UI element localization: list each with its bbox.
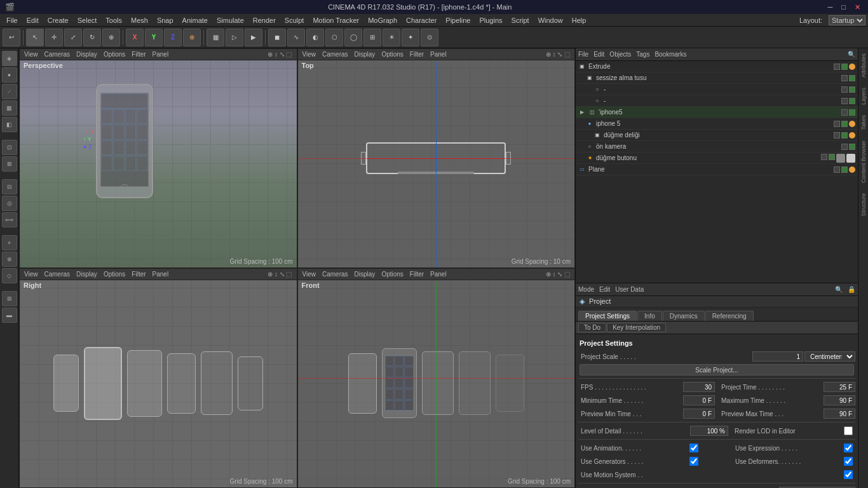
vp-top-display-menu[interactable]: Display	[353, 51, 377, 58]
vp-display-menu[interactable]: Display	[74, 51, 99, 58]
menu-plugins[interactable]: Plugins	[475, 15, 506, 25]
menu-window[interactable]: Window	[534, 15, 567, 25]
vp-top-panel-menu[interactable]: Panel	[428, 51, 449, 58]
vis-check20[interactable]	[841, 166, 848, 173]
attr-min-time-value[interactable]	[683, 395, 715, 405]
attr-render-lod-check[interactable]	[844, 426, 853, 435]
obj-iphone5-group[interactable]: ▶ ◫ 'iphone5	[576, 107, 858, 118]
viewport-top[interactable]: View Cameras Display Options Filter Pane…	[297, 48, 576, 268]
vp-front-cameras-menu[interactable]: Cameras	[320, 271, 350, 278]
vp-right-panel-menu[interactable]: Panel	[151, 271, 171, 278]
tool-snap-off[interactable]: ⊠	[2, 156, 17, 172]
vis-check1[interactable]	[834, 64, 840, 70]
render-full-btn[interactable]: ▶	[245, 29, 262, 46]
menu-tools[interactable]: Tools	[102, 15, 126, 25]
vp-cameras-menu[interactable]: Cameras	[43, 51, 72, 58]
vis-check12[interactable]	[841, 121, 848, 127]
select-tool-btn[interactable]: ↖	[26, 29, 44, 46]
vp-view-menu[interactable]: View	[22, 51, 40, 58]
attr-project-scale-value[interactable]	[752, 351, 803, 362]
attr-search[interactable]: 🔍	[835, 286, 843, 293]
render-region-btn[interactable]: ▦	[207, 29, 224, 46]
tool-magnet[interactable]: ⌖	[2, 235, 17, 250]
obj-circle2[interactable]: ○ -	[576, 95, 858, 107]
menu-snap[interactable]: Snap	[153, 15, 177, 25]
vp-front-panel-menu[interactable]: Panel	[428, 271, 449, 278]
z-axis-btn[interactable]: Z	[164, 29, 182, 46]
undo-btn[interactable]: ↩	[3, 29, 20, 46]
environment-btn[interactable]: ◯	[344, 29, 362, 46]
side-label-structure[interactable]: Structure	[859, 188, 868, 222]
tool-mode-edges[interactable]: ⟋	[2, 84, 17, 99]
attr-use-anim-check[interactable]	[689, 444, 698, 452]
obj-plane[interactable]: ▭ Plane	[576, 164, 858, 175]
om-edit-menu[interactable]: Edit	[593, 51, 604, 58]
vp-options-menu[interactable]: Options	[102, 51, 127, 58]
menu-file[interactable]: File	[3, 15, 22, 25]
close-btn[interactable]: ✕	[852, 3, 863, 11]
side-label-content-browser[interactable]: Content Browser	[859, 135, 868, 188]
vp-controls[interactable]: ⊕ ↕ ⤡ ⬚	[266, 51, 294, 58]
minimize-btn[interactable]: ─	[825, 3, 836, 11]
menu-mograph[interactable]: MoGraph	[364, 15, 401, 25]
subtab-todo[interactable]: To Do	[578, 323, 606, 332]
menu-select[interactable]: Select	[74, 15, 101, 25]
om-tags-menu[interactable]: Tags	[636, 51, 649, 58]
vis-check18[interactable]	[829, 154, 835, 160]
vp-top-cameras-menu[interactable]: Cameras	[320, 51, 350, 58]
scale-project-btn[interactable]: Scale Project...	[580, 364, 854, 376]
tool-brush[interactable]: ⊕	[2, 252, 17, 267]
vis-check2[interactable]	[841, 64, 848, 70]
record-btn[interactable]: ⊙	[421, 29, 438, 46]
tool-mode-uvw[interactable]: ◧	[2, 117, 17, 132]
vp-right-view-menu[interactable]: View	[22, 271, 40, 278]
tool-polygon-pen[interactable]: ◇	[2, 268, 17, 283]
deformer-btn[interactable]: ⬡	[325, 29, 343, 46]
obj-iphone5-child[interactable]: ● iphone 5	[576, 118, 858, 130]
om-search[interactable]: 🔍	[848, 51, 855, 58]
tool-soft-sel[interactable]: ◎	[2, 196, 17, 211]
menu-pipeline[interactable]: Pipeline	[442, 15, 474, 25]
vp-right-options-menu[interactable]: Options	[102, 271, 127, 278]
obj-extrude[interactable]: ▣ Extrude	[576, 61, 858, 72]
attr-edit-menu[interactable]: Edit	[599, 286, 610, 293]
menu-character[interactable]: Character	[402, 15, 440, 25]
attr-preview-min-value[interactable]	[683, 409, 715, 419]
menu-animate[interactable]: Animate	[179, 15, 212, 25]
menu-sculpt[interactable]: Sculpt	[281, 15, 308, 25]
vp-right-controls[interactable]: ⊕ ↕ ⤡ ⬚	[266, 271, 294, 278]
obj-dugme-butonu[interactable]: ★ düğme butonu	[576, 152, 858, 164]
maximize-btn[interactable]: □	[839, 3, 848, 11]
vis-check16[interactable]	[849, 144, 855, 150]
menu-render[interactable]: Render	[249, 15, 280, 25]
attr-use-def-check[interactable]	[844, 457, 853, 466]
attr-preview-max-value[interactable]	[824, 409, 855, 419]
tool-mirror[interactable]: ⟺	[2, 212, 17, 227]
obj-circle1[interactable]: ○ -	[576, 84, 858, 95]
obj-on-kamera[interactable]: ○ ön kamera	[576, 141, 858, 152]
vis-check8[interactable]	[849, 98, 855, 104]
vp-front-filter-menu[interactable]: Filter	[408, 271, 426, 278]
vp-front-view-menu[interactable]: View	[301, 271, 318, 278]
vp-top-options-menu[interactable]: Options	[379, 51, 405, 58]
vp-panel-menu[interactable]: Panel	[151, 51, 171, 58]
obj-dugme-deligi[interactable]: ▣ düğme deliği	[576, 130, 858, 141]
vis-check6[interactable]	[849, 86, 855, 93]
vp-right-display-menu[interactable]: Display	[74, 271, 99, 278]
tool-lock-axis[interactable]: ⊟	[2, 179, 17, 194]
vis-check10[interactable]	[849, 109, 855, 116]
obj-sessize[interactable]: ▣ sessize alma tusu	[576, 72, 858, 84]
vp-right-filter-menu[interactable]: Filter	[130, 271, 147, 278]
om-objects-menu[interactable]: Objects	[609, 51, 631, 58]
universal-tool-btn[interactable]: ⊕	[102, 29, 120, 46]
side-label-attributes[interactable]: Attributes	[859, 48, 868, 83]
tab-referencing[interactable]: Referencing	[705, 311, 754, 321]
viewport-perspective[interactable]: View Cameras Display Options Filter Pane…	[19, 48, 297, 268]
vis-check15[interactable]	[841, 144, 848, 150]
menu-mesh[interactable]: Mesh	[127, 15, 152, 25]
vis-check7[interactable]	[841, 98, 848, 104]
vis-check17[interactable]	[821, 154, 827, 160]
scene-btn[interactable]: ✦	[402, 29, 419, 46]
tool-walk[interactable]: ⊞	[2, 291, 17, 306]
menu-script[interactable]: Script	[508, 15, 533, 25]
